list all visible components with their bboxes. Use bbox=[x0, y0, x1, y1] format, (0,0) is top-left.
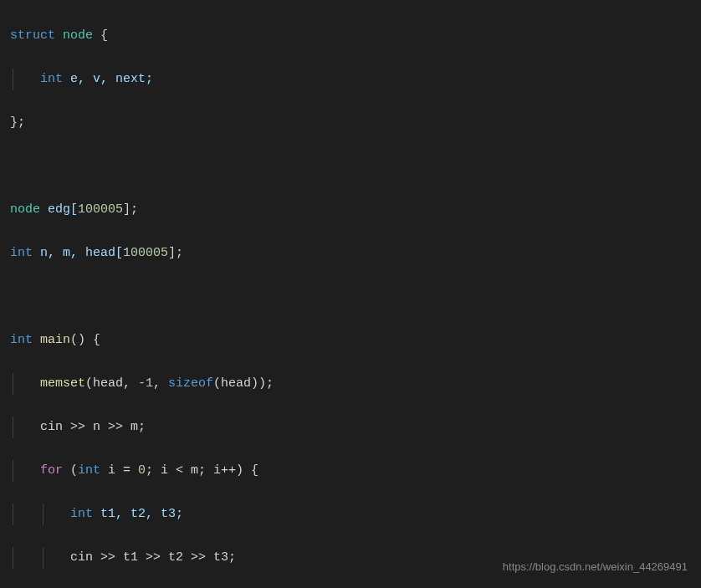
code-line: node edg[100005]; bbox=[10, 199, 691, 221]
code-line: for (int i = 0; i < m; i++) { bbox=[10, 460, 691, 482]
code-line: memset(head, -1, sizeof(head)); bbox=[10, 373, 691, 395]
code-line: }; bbox=[10, 112, 691, 134]
code-line: int n, m, head[100005]; bbox=[10, 243, 691, 264]
code-line: int t1, t2, t3; bbox=[10, 504, 691, 525]
code-line bbox=[10, 156, 691, 177]
code-block: struct node { int e, v, next; }; node ed… bbox=[0, 3, 701, 588]
code-line bbox=[10, 286, 691, 308]
code-line: int e, v, next; bbox=[10, 69, 691, 90]
code-line: int main() { bbox=[10, 330, 691, 351]
code-line: struct node { bbox=[10, 25, 691, 47]
code-line: cin >> n >> m; bbox=[10, 417, 691, 438]
watermark-text: https://blog.csdn.net/weixin_44269491 bbox=[503, 556, 688, 578]
